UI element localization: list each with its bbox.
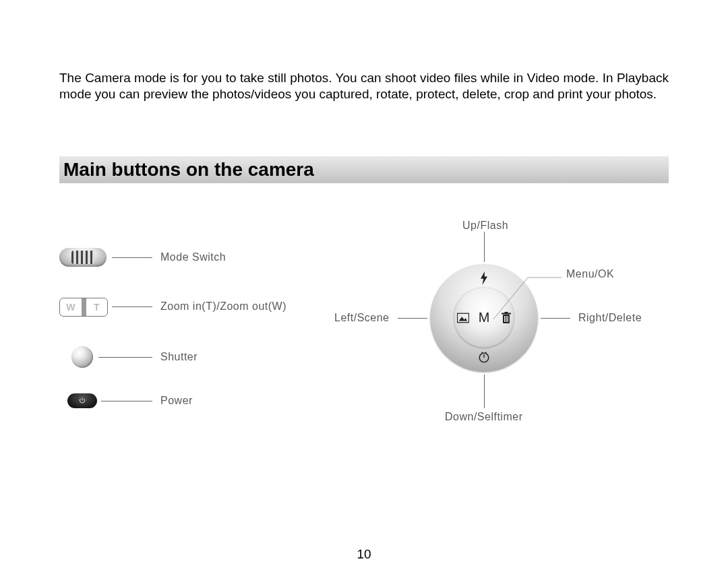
flash-icon	[477, 271, 491, 286]
power-label: Power	[160, 395, 193, 407]
down-selftimer-label: Down/Selftimer	[445, 411, 522, 423]
intro-text: The Camera mode is for you to take still…	[59, 70, 669, 102]
zoom-label: Zoom in(T)/Zoom out(W)	[160, 300, 286, 313]
zoom-w-letter: W	[60, 298, 82, 316]
shutter-label: Shutter	[160, 351, 198, 363]
leader-line	[112, 306, 152, 307]
shutter-button-icon	[71, 346, 93, 368]
menu-ok-button-label: M	[476, 310, 492, 326]
picture-icon	[456, 311, 471, 325]
svg-marker-1	[459, 317, 468, 321]
right-delete-label: Right/Delete	[578, 312, 642, 324]
mode-switch-label: Mode Switch	[160, 251, 226, 263]
leader-line	[541, 318, 570, 319]
leader-line	[98, 357, 152, 358]
section-heading: Main buttons on the camera	[59, 156, 669, 183]
zoom-button-icon: W T	[59, 298, 108, 317]
svg-line-12	[493, 278, 528, 319]
power-icon	[78, 397, 86, 405]
zoom-t-letter: T	[86, 298, 108, 316]
page-number: 10	[0, 547, 728, 562]
leader-line	[484, 232, 485, 262]
power-button-icon	[67, 393, 97, 408]
diagram: Mode Switch W T Zoom in(T)/Zoom out(W) S…	[59, 244, 669, 446]
leader-line	[112, 257, 152, 258]
selftimer-icon	[477, 350, 491, 364]
leader-line	[484, 375, 485, 408]
left-scene-label: Left/Scene	[334, 312, 390, 324]
menu-ok-label: Menu/OK	[566, 268, 614, 280]
svg-rect-0	[457, 313, 468, 323]
leader-line	[101, 401, 152, 401]
leader-line	[491, 271, 572, 325]
mode-switch-icon	[59, 248, 107, 267]
up-flash-label: Up/Flash	[462, 220, 508, 232]
leader-line	[398, 318, 427, 319]
